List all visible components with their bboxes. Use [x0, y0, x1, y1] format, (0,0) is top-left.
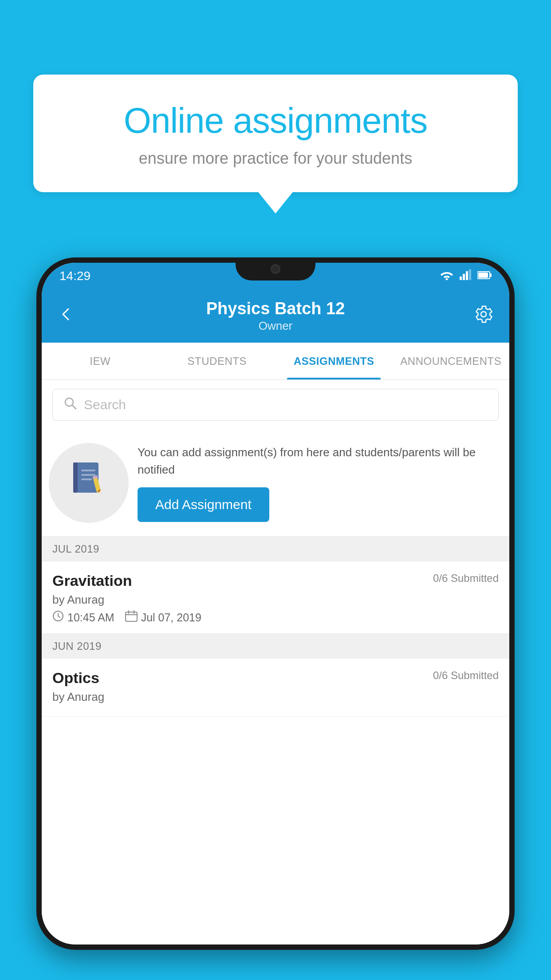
detail-date: Jul 07, 2019 [125, 610, 201, 624]
month-separator-jun: JUN 2019 [42, 634, 509, 659]
calendar-icon [125, 610, 138, 624]
phone-wrapper: 14:29 [36, 257, 515, 980]
promo-right: You can add assignment(s) from here and … [138, 444, 499, 522]
svg-rect-6 [490, 273, 492, 277]
svg-rect-3 [466, 271, 468, 280]
month-separator-jul: JUL 2019 [42, 537, 509, 561]
assignment-by-optics: by Anurag [52, 690, 499, 704]
assignment-header-optics: Optics 0/6 Submitted [52, 669, 499, 687]
svg-rect-1 [460, 277, 462, 280]
settings-button[interactable] [465, 304, 493, 328]
svg-rect-2 [463, 274, 465, 280]
bubble-title: Online assignments [64, 101, 487, 140]
svg-line-9 [72, 405, 76, 409]
tab-announcements[interactable]: ANNOUNCEMENTS [393, 343, 510, 379]
assignment-time: 10:45 AM [67, 611, 114, 624]
header-subtitle: Owner [86, 319, 465, 333]
assignment-submitted: 0/6 Submitted [433, 572, 499, 585]
search-icon [63, 396, 77, 413]
battery-icon [477, 270, 492, 282]
svg-rect-7 [478, 273, 488, 278]
speech-bubble: Online assignments ensure more practice … [33, 75, 518, 192]
tab-bar: IEW STUDENTS ASSIGNMENTS ANNOUNCEMENTS [42, 343, 509, 380]
notebook-icon [69, 459, 109, 507]
phone-screen: 14:29 [42, 263, 509, 944]
assignment-details: 10:45 AM Jul 07, 201 [52, 610, 499, 624]
signal-icon [460, 269, 471, 283]
tab-iew[interactable]: IEW [42, 343, 159, 379]
assignment-submitted-optics: 0/6 Submitted [433, 669, 499, 682]
svg-rect-21 [126, 612, 137, 621]
svg-rect-4 [469, 269, 471, 280]
tab-assignments[interactable]: ASSIGNMENTS [276, 343, 393, 379]
assignment-date: Jul 07, 2019 [141, 611, 201, 624]
header-center: Physics Batch 12 Owner [86, 299, 465, 333]
svg-rect-13 [81, 474, 95, 476]
promo-description: You can add assignment(s) from here and … [138, 444, 499, 478]
clock-icon [52, 610, 64, 624]
assignment-item-gravitation[interactable]: Gravitation 0/6 Submitted by Anurag [42, 561, 509, 634]
assignment-header: Gravitation 0/6 Submitted [52, 572, 499, 589]
add-assignment-button[interactable]: Add Assignment [138, 487, 269, 522]
bubble-subtitle: ensure more practice for your students [64, 149, 487, 168]
back-button[interactable] [58, 305, 86, 327]
assignment-item-optics[interactable]: Optics 0/6 Submitted by Anurag [42, 659, 509, 717]
search-container: Search [42, 380, 509, 430]
svg-point-0 [446, 278, 448, 281]
wifi-icon [440, 269, 453, 283]
phone-outer: 14:29 [36, 257, 515, 950]
assignment-name: Gravitation [52, 572, 132, 589]
svg-rect-14 [81, 478, 92, 480]
search-placeholder: Search [84, 397, 126, 412]
svg-line-20 [58, 616, 60, 617]
app-header: Physics Batch 12 Owner [42, 289, 509, 343]
phone-notch [236, 257, 315, 281]
tab-students[interactable]: STUDENTS [159, 343, 276, 379]
detail-time: 10:45 AM [52, 610, 114, 624]
content-area: Search [42, 380, 509, 944]
assignment-by: by Anurag [52, 593, 499, 607]
assignment-name-optics: Optics [52, 669, 99, 687]
promo-icon-wrap [49, 443, 129, 523]
status-icons [440, 269, 492, 283]
notch-camera [271, 264, 280, 274]
search-bar[interactable]: Search [52, 389, 499, 421]
header-title: Physics Batch 12 [86, 299, 465, 318]
svg-rect-12 [81, 470, 95, 471]
promo-section: You can add assignment(s) from here and … [42, 430, 509, 537]
svg-rect-11 [73, 462, 78, 493]
